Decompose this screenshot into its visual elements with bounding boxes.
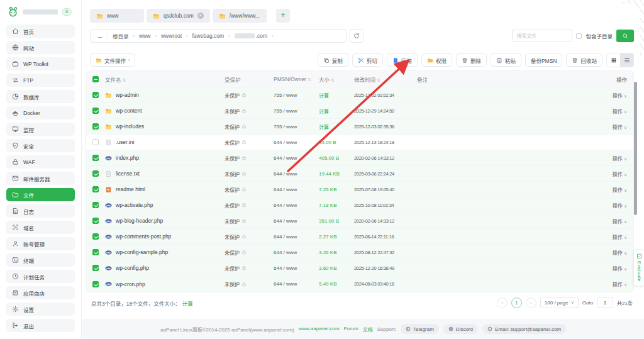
file-name-cell[interactable]: wp-content: [105, 108, 225, 114]
file-name-cell[interactable]: .user.ini: [105, 139, 225, 146]
evaluate-side-button[interactable]: Evaluate: [633, 250, 644, 286]
row-checkbox[interactable]: [92, 281, 99, 287]
next-page-button[interactable]: ›: [526, 297, 536, 308]
toolbar-button[interactable]: 回收站: [566, 53, 602, 67]
breadcrumb-item[interactable]: 根目录: [113, 32, 129, 40]
file-name-cell[interactable]: license.txt: [105, 170, 225, 177]
search-button[interactable]: [616, 30, 634, 42]
toolbar-button[interactable]: 备份PMSN: [525, 53, 563, 67]
file-name-cell[interactable]: php wp-activate.php: [105, 202, 225, 209]
row-action-menu[interactable]: 操作 ∨: [598, 186, 633, 193]
sidebar-item[interactable]: 应用商店: [6, 286, 75, 299]
row-checkbox[interactable]: [92, 170, 99, 177]
row-action-menu[interactable]: 操作 ∨: [598, 155, 633, 162]
row-action-menu[interactable]: 操作 ∨: [598, 281, 633, 287]
size-cell[interactable]: 计算: [319, 92, 354, 99]
breadcrumb-item[interactable]: wwwroot: [161, 33, 182, 39]
path-tab[interactable]: qsdclub.com ✕: [147, 9, 210, 23]
sidebar-item[interactable]: WAF: [6, 155, 75, 169]
row-checkbox[interactable]: [92, 155, 99, 161]
sidebar-item[interactable]: WP Toolkit: [6, 57, 75, 70]
sidebar-item[interactable]: 设置: [6, 303, 75, 316]
size-cell[interactable]: 3.26 KB: [319, 250, 354, 255]
row-action-menu[interactable]: 操作 ∨: [598, 92, 633, 99]
sidebar-item[interactable]: Docker: [6, 106, 75, 119]
close-tab-icon[interactable]: ✕: [197, 13, 204, 19]
file-name-cell[interactable]: php wp-comments-post.php: [105, 233, 225, 240]
row-checkbox[interactable]: [92, 139, 99, 145]
include-subdir-checkbox[interactable]: [576, 33, 582, 39]
row-action-menu[interactable]: 操作 ∨: [598, 108, 633, 114]
sidebar-item[interactable]: 数据库: [6, 90, 75, 103]
sidebar-item[interactable]: 安全: [6, 139, 75, 152]
row-action-menu[interactable]: 操作 ∨: [598, 265, 633, 272]
row-checkbox[interactable]: [92, 249, 99, 255]
row-checkbox[interactable]: [92, 186, 99, 192]
col-filename[interactable]: 文件名⇅: [105, 75, 225, 83]
row-action-menu[interactable]: 操作 ∨: [598, 170, 633, 177]
size-cell[interactable]: 7.18 KB: [319, 203, 354, 208]
current-page-button[interactable]: 1: [511, 297, 522, 308]
row-checkbox[interactable]: [92, 108, 99, 114]
file-name-cell[interactable]: php wp-config-sample.php: [105, 249, 225, 256]
row-action-menu[interactable]: 操作 ∨: [598, 202, 633, 209]
footer-link[interactable]: Forum: [344, 326, 358, 333]
row-checkbox[interactable]: [92, 233, 99, 240]
file-name-cell[interactable]: php wp-config.php: [105, 265, 225, 272]
file-name-cell[interactable]: php wp-blog-header.php: [105, 218, 225, 225]
contact-pill[interactable]: Discord: [443, 324, 478, 334]
file-name-cell[interactable]: php index.php: [105, 155, 225, 162]
toolbar-button[interactable]: 权限: [421, 53, 452, 67]
file-name-cell[interactable]: php wp-cron.php: [105, 281, 225, 287]
sidebar-item[interactable]: 首页: [6, 25, 75, 38]
prev-page-button[interactable]: ‹: [497, 297, 508, 308]
row-action-menu[interactable]: 操作 ∨: [598, 249, 633, 256]
sidebar-item[interactable]: 日志: [6, 204, 75, 218]
contact-pill[interactable]: Telegram: [401, 324, 439, 334]
toolbar-button[interactable]: 粘贴: [491, 53, 521, 67]
sidebar-item[interactable]: 终端: [6, 253, 75, 267]
size-cell[interactable]: 405.00 B: [319, 155, 354, 161]
size-cell[interactable]: 计算: [319, 108, 354, 114]
sidebar-item[interactable]: 监控: [6, 123, 75, 136]
col-owner[interactable]: PMSN/Owner⇅: [274, 76, 319, 82]
goto-page-input[interactable]: [597, 297, 613, 308]
size-cell[interactable]: 351.00 B: [319, 218, 354, 224]
row-checkbox[interactable]: [92, 92, 99, 98]
size-cell[interactable]: 44.00 B: [319, 140, 354, 145]
per-page-select[interactable]: 100 / page∨: [540, 297, 579, 308]
path-tab[interactable]: /www/www...: [213, 9, 267, 23]
breadcrumb-item[interactable]: fawebag.com: [192, 33, 225, 39]
row-action-menu[interactable]: 操作 ∨: [598, 218, 633, 225]
toolbar-button[interactable]: 压缩: [387, 53, 418, 67]
row-checkbox[interactable]: [92, 123, 99, 130]
toolbar-button[interactable]: 剪切: [352, 53, 383, 67]
file-operations-button[interactable]: 文件操作 ›: [90, 53, 135, 67]
footer-link[interactable]: www.aapanel.com: [299, 326, 340, 333]
size-cell[interactable]: 计算: [319, 123, 354, 130]
sidebar-item[interactable]: 文件: [6, 188, 75, 201]
calculate-size-link[interactable]: 计算: [182, 301, 193, 307]
sidebar-item[interactable]: 退出: [6, 319, 75, 332]
back-arrow-icon[interactable]: ←: [97, 32, 108, 40]
notification-badge[interactable]: 0: [62, 8, 72, 16]
file-name-cell[interactable]: 5 readme.html: [105, 186, 225, 193]
sidebar-item[interactable]: 域名: [6, 221, 75, 234]
toolbar-button[interactable]: 删除: [456, 53, 487, 67]
refresh-button[interactable]: [350, 29, 364, 43]
size-cell[interactable]: 3.60 KB: [319, 265, 354, 271]
toolbar-button[interactable]: 复制: [318, 53, 348, 67]
sidebar-item[interactable]: FTP: [6, 74, 75, 87]
size-cell[interactable]: 2.27 KB: [319, 234, 354, 240]
contact-pill[interactable]: Email: support@aapanel.com: [482, 324, 566, 334]
row-checkbox[interactable]: [92, 265, 99, 271]
select-all-checkbox[interactable]: [92, 76, 99, 82]
row-action-menu[interactable]: 操作 ∨: [598, 123, 633, 130]
search-input[interactable]: [512, 30, 572, 42]
grid-view-icon[interactable]: [607, 53, 620, 67]
file-name-cell[interactable]: wp-includes: [105, 123, 225, 130]
breadcrumb-item[interactable]: www: [139, 33, 150, 39]
file-name-cell[interactable]: wp-admin: [105, 92, 225, 99]
path-tab[interactable]: www: [90, 9, 144, 23]
breadcrumb-item-masked[interactable]: .com: [235, 33, 267, 39]
